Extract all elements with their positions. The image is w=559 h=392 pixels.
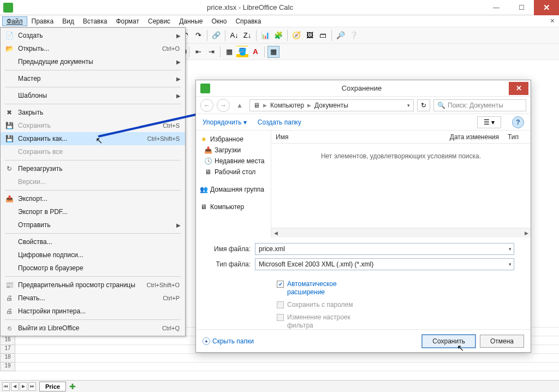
menu-item-printer-settings[interactable]: 🖨Настройки принтера... <box>1 305 185 318</box>
menu-item-signatures[interactable]: Цифровые подписи... <box>1 248 185 262</box>
menu-item-save-all[interactable]: Сохранить все <box>1 145 185 158</box>
menu-view[interactable]: Вид <box>58 16 79 26</box>
menu-item-open[interactable]: 📂Открыть...Ctrl+O <box>1 42 185 55</box>
borders-icon[interactable]: ▦ <box>223 46 235 58</box>
dec-indent-icon[interactable]: ⇤ <box>192 46 204 58</box>
datasource-icon[interactable]: 🗃 <box>317 29 329 41</box>
tab-first-icon[interactable]: ⏮ <box>2 382 10 391</box>
window-title: price.xlsx - LibreOffice Calc <box>16 3 484 11</box>
save-button[interactable]: Сохранить <box>422 335 475 348</box>
tab-last-icon[interactable]: ⏭ <box>28 382 36 391</box>
view-mode-button[interactable]: ☰ ▾ <box>477 116 501 128</box>
sort-asc-icon[interactable]: A↓ <box>228 29 240 41</box>
close-button[interactable]: ✕ <box>534 0 559 15</box>
inc-indent-icon[interactable]: ⇥ <box>205 46 217 58</box>
filename-input[interactable]: price.xml▾ <box>255 243 514 255</box>
minimize-button[interactable]: — <box>484 0 509 15</box>
menu-item-exit[interactable]: ⎋Выйти из LibreOfficeCtrl+Q <box>1 322 185 335</box>
menu-format[interactable]: Формат <box>111 16 144 26</box>
row-header[interactable]: 17 <box>0 345 15 354</box>
menu-item-templates[interactable]: Шаблоны▶ <box>1 89 185 102</box>
menu-item-reload[interactable]: ↻Перезагрузить <box>1 162 185 175</box>
help-button[interactable]: ? <box>512 116 524 128</box>
hide-folders-link[interactable]: ▲Скрыть папки <box>203 337 254 345</box>
computer-icon: 🖥 <box>199 203 208 211</box>
checkbox-checked-icon[interactable]: ✔ <box>277 281 284 288</box>
menu-item-save-as[interactable]: 💾Сохранить как...Ctrl+Shift+S <box>1 132 185 145</box>
breadcrumb[interactable]: 🖥 ▶ Компьютер ▶ Документы ▾ <box>249 99 414 111</box>
column-type[interactable]: Тип <box>503 133 531 141</box>
add-sheet-icon[interactable]: ✚ <box>67 382 78 391</box>
zoom-icon[interactable]: 🔎 <box>335 29 347 41</box>
menu-item-create[interactable]: 📄Создать▶ <box>1 29 185 42</box>
organize-menu[interactable]: Упорядочить ▾ <box>203 118 247 126</box>
column-name[interactable]: Имя <box>271 133 445 141</box>
filetype-select[interactable]: Microsoft Excel 2003 XML (.xml) (*.xml)▾ <box>255 258 514 270</box>
nav-forward-icon[interactable]: → <box>217 99 230 112</box>
document-close-icon[interactable]: × <box>550 16 555 25</box>
menu-edit[interactable]: Правка <box>27 16 58 26</box>
tree-desktop[interactable]: 🖥Рабочий стол <box>198 167 269 177</box>
menu-file[interactable]: Файл <box>2 16 27 26</box>
tree-homegroup[interactable]: 👥Домашняя группа <box>198 184 269 195</box>
option-auto-extension[interactable]: ✔ Автоматическое расширение <box>277 280 514 296</box>
menu-item-browser-preview[interactable]: Просмотр в браузере <box>1 262 185 275</box>
new-folder-link[interactable]: Создать папку <box>258 118 301 126</box>
search-input[interactable]: 🔍 Поиск: Документы <box>433 99 526 111</box>
collapse-icon: ▲ <box>203 337 210 345</box>
link-icon[interactable]: 🔗 <box>210 29 222 41</box>
tab-prev-icon[interactable]: ◀ <box>11 382 19 391</box>
menu-help[interactable]: Справка <box>231 16 265 26</box>
redo-icon[interactable]: ↷ <box>192 29 204 41</box>
save-icon: 💾 <box>3 121 16 130</box>
menu-item-save[interactable]: 💾СохранитьCtrl+S <box>1 119 185 132</box>
menubar: Файл Правка Вид Вставка Формат Сервис Да… <box>0 15 559 27</box>
horizontal-scrollbar[interactable]: ◀▶ <box>271 228 531 237</box>
sort-desc-icon[interactable]: Z↓ <box>241 29 253 41</box>
print-icon: 🖨 <box>3 293 16 303</box>
chart-icon[interactable]: 📊 <box>259 29 271 41</box>
tab-next-icon[interactable]: ▶ <box>20 382 27 391</box>
maximize-button[interactable]: ☐ <box>509 0 534 15</box>
menu-item-send[interactable]: Отправить▶ <box>1 218 185 231</box>
object-icon[interactable]: 🧩 <box>272 29 284 41</box>
tree-computer[interactable]: 🖥Компьютер <box>198 201 269 212</box>
menu-insert[interactable]: Вставка <box>79 16 112 26</box>
menu-tools[interactable]: Сервис <box>144 16 175 26</box>
menu-item-export-pdf[interactable]: Экспорт в PDF... <box>1 205 185 218</box>
menu-window[interactable]: Окно <box>207 16 231 26</box>
folder-tree[interactable]: ★Избранное 📥Загрузки 🕓Недавние места 🖥Ра… <box>196 130 271 237</box>
row-header[interactable]: 18 <box>0 354 15 363</box>
menu-item-properties[interactable]: Свойства... <box>1 235 185 248</box>
refresh-icon[interactable]: ↻ <box>417 99 430 111</box>
menu-item-recent[interactable]: Предыдущие документы▶ <box>1 55 185 68</box>
menu-item-wizard[interactable]: Мастер▶ <box>1 72 185 85</box>
menu-item-print[interactable]: 🖨Печать...Ctrl+P <box>1 292 185 305</box>
bgcolor-icon[interactable]: 🪣 <box>236 46 248 58</box>
breadcrumb-item[interactable]: Компьютер <box>270 102 304 109</box>
file-list[interactable]: Имя Дата изменения Тип Нет элементов, уд… <box>271 130 531 237</box>
nav-up-icon[interactable]: ▲ <box>233 99 246 112</box>
checkbox-disabled-icon <box>277 301 284 308</box>
row-header[interactable]: 16 <box>0 336 15 345</box>
help-icon[interactable]: ❔ <box>348 29 360 41</box>
navigator-icon[interactable]: 🧭 <box>290 29 302 41</box>
dialog-close-button[interactable]: ✕ <box>509 82 528 95</box>
menu-item-page-preview[interactable]: 📰Предварительный просмотр страницыCtrl+S… <box>1 278 185 292</box>
breadcrumb-item[interactable]: Документы <box>314 102 348 109</box>
fontcolor-icon[interactable]: A <box>249 46 261 58</box>
menu-item-close[interactable]: ✖Закрыть <box>1 106 185 119</box>
menu-data[interactable]: Данные <box>175 16 207 26</box>
menu-item-versions[interactable]: Версии... <box>1 175 185 188</box>
cancel-button[interactable]: Отмена <box>480 335 524 348</box>
menu-item-export[interactable]: 📤Экспорт... <box>1 192 185 205</box>
nav-back-icon[interactable]: ← <box>200 99 213 112</box>
grid-icon[interactable]: ▦ <box>267 46 280 58</box>
tree-downloads[interactable]: 📥Загрузки <box>198 145 269 156</box>
sheet-tab[interactable]: Price <box>39 382 66 391</box>
tree-favorites[interactable]: ★Избранное <box>198 134 269 145</box>
row-header[interactable]: 19 <box>0 363 15 371</box>
column-date[interactable]: Дата изменения <box>445 133 503 141</box>
tree-recent[interactable]: 🕓Недавние места <box>198 156 269 167</box>
gallery-icon[interactable]: 🖼 <box>304 29 316 41</box>
